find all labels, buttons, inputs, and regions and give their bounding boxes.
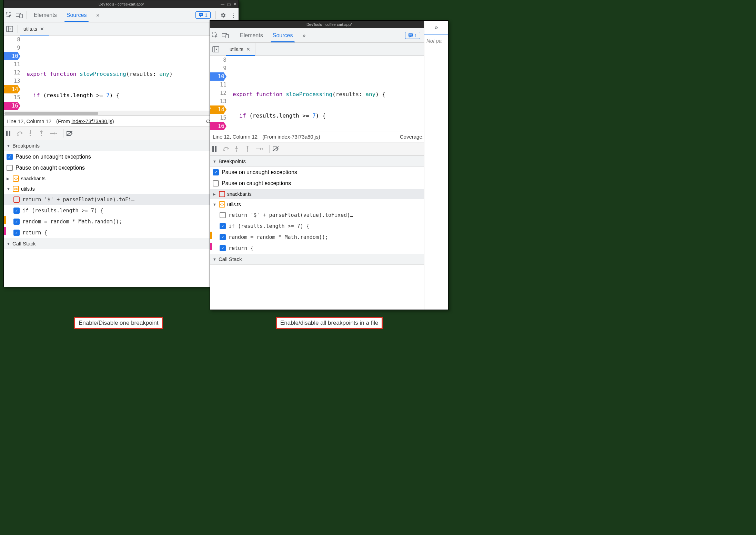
pause-uncaught-row[interactable]: ✓ Pause on uncaught exceptions	[4, 151, 239, 162]
svg-point-30	[223, 150, 225, 151]
breakpoint-item[interactable]: return '$' + parseFloat(value).toFi… ✕ 2	[4, 194, 239, 205]
message-icon	[408, 33, 413, 38]
maximize-icon[interactable]: ▢	[227, 2, 231, 7]
separator	[215, 11, 216, 19]
step-into-icon[interactable]	[28, 130, 38, 137]
pause-caught-row[interactable]: Pause on caught exceptions	[4, 162, 239, 173]
tab-elements[interactable]: Elements	[29, 8, 62, 22]
checkbox-checked-icon[interactable]: ✓	[213, 169, 219, 175]
step-icon[interactable]	[256, 147, 266, 151]
editor-gutter[interactable]: 8 9 10 11 12 13 ? 14 15 16	[210, 56, 231, 131]
breakpoint-marker-blue[interactable]: 10	[210, 72, 226, 81]
checkbox-checked-icon[interactable]: ✓	[220, 245, 226, 251]
callstack-pane-header[interactable]: ▼Call Stack	[210, 254, 448, 265]
minimize-icon[interactable]: —	[221, 2, 224, 7]
code-editor[interactable]: 8 9 10 11 12 13 ? 14 15 16 export functi…	[210, 56, 448, 131]
issues-badge[interactable]: 1	[195, 11, 211, 19]
tab-sources[interactable]: Sources	[62, 8, 92, 22]
device-toggle-icon[interactable]	[14, 12, 24, 18]
breakpoint-item[interactable]: ✓ return { 16	[4, 227, 239, 238]
navigator-toggle-icon[interactable]	[210, 46, 222, 52]
breakpoint-file-utils[interactable]: ▼ <> utils.ts	[4, 184, 239, 194]
navigator-toggle-icon[interactable]	[4, 26, 16, 32]
checkbox-highlighted-icon[interactable]	[13, 196, 20, 203]
deactivate-breakpoints-icon[interactable]	[272, 146, 283, 152]
breakpoint-marker-logpoint[interactable]: 16	[4, 102, 20, 110]
breakpoint-item[interactable]: ✓ random = random * Math.random(); 14	[210, 232, 448, 243]
pause-caught-row[interactable]: Pause on caught exceptions	[210, 178, 448, 189]
breakpoints-pane-header[interactable]: ▼Breakpoints	[210, 156, 448, 167]
callstack-pane-header[interactable]: ▼Call Stack	[4, 238, 239, 249]
inspect-icon[interactable]	[4, 12, 14, 18]
source-map-link[interactable]: index-73f73a80.js	[71, 118, 112, 124]
devtools-window-right: DevTools - coffee-cart.app/ — ▢ ✕ Elemen…	[210, 20, 448, 310]
breakpoint-item[interactable]: ✓ if (results.length >= 7) { 10	[4, 205, 239, 216]
checkbox-checked-icon[interactable]: ✓	[13, 230, 20, 236]
close-tab-icon[interactable]: ✕	[246, 47, 250, 52]
checkbox-checked-icon[interactable]: ✓	[220, 223, 226, 229]
checkbox-checked-icon[interactable]: ✓	[13, 208, 20, 214]
breakpoint-code: if (results.length >= 7) {	[229, 223, 432, 229]
inspect-icon[interactable]	[210, 32, 220, 39]
breakpoint-marker-blue[interactable]: 10	[4, 52, 20, 60]
pause-icon[interactable]	[6, 131, 16, 136]
step-out-icon[interactable]	[39, 130, 49, 137]
device-toggle-icon[interactable]	[220, 33, 231, 38]
code-content[interactable]: export function slowProcessing(results: …	[24, 36, 239, 111]
code-editor[interactable]: 8 9 10 11 12 13 ? 14 15 16 export functi…	[4, 36, 239, 111]
step-over-icon[interactable]	[223, 146, 233, 152]
editor-statusbar: Line 12, Column 12 (From index-73f73a80.…	[4, 115, 239, 127]
tab-more[interactable]: »	[298, 28, 310, 42]
breakpoint-file-snackbar[interactable]: ▶ <> snackbar.ts	[4, 173, 239, 184]
file-tab-utils[interactable]: utils.ts ✕	[20, 22, 49, 35]
file-icon: <>	[13, 186, 19, 192]
file-tabbar: utils.ts ✕	[4, 22, 239, 36]
window-titlebar[interactable]: DevTools - coffee-cart.app/ — ▢ ✕	[4, 0, 239, 8]
source-map-link[interactable]: index-73f73a80.js	[278, 134, 318, 140]
close-icon[interactable]: ✕	[233, 2, 236, 7]
breakpoint-code: return '$' + parseFloat(value).toFixed(…	[229, 212, 435, 218]
breakpoint-marker-conditional[interactable]: ? 14	[4, 85, 20, 93]
checkbox-checked-icon[interactable]: ✓	[7, 154, 13, 160]
breakpoint-item[interactable]: ✓ if (results.length >= 7) { 10	[210, 221, 448, 232]
tab-elements[interactable]: Elements	[235, 28, 268, 42]
checkbox-checked-icon[interactable]: ✓	[13, 219, 20, 225]
breakpoint-item[interactable]: ✓ random = random * Math.random(); 14	[4, 216, 239, 227]
file-tabbar: utils.ts ✕	[210, 43, 448, 56]
window-buttons: — ▢ ✕	[221, 2, 236, 7]
checkbox-icon[interactable]	[7, 165, 13, 171]
checkbox-icon[interactable]	[220, 212, 226, 218]
breakpoint-file-utils[interactable]: ▼ <> utils.ts	[210, 199, 448, 210]
conditional-indicator	[4, 216, 6, 224]
breakpoint-marker-logpoint[interactable]: 16	[210, 122, 226, 130]
pause-icon[interactable]	[212, 146, 222, 152]
tab-more[interactable]: »	[91, 8, 104, 22]
file-checkbox-highlighted-icon[interactable]	[219, 191, 225, 197]
issues-badge[interactable]: 1	[405, 32, 420, 39]
step-into-icon[interactable]	[234, 146, 244, 152]
step-over-icon[interactable]	[17, 131, 27, 136]
checkbox-checked-icon[interactable]: ✓	[220, 234, 226, 240]
pause-uncaught-row[interactable]: ✓ Pause on uncaught exceptions	[210, 167, 448, 178]
close-tab-icon[interactable]: ✕	[40, 26, 44, 32]
step-out-icon[interactable]	[245, 146, 255, 152]
horizontal-scrollbar[interactable]	[4, 111, 239, 115]
window-titlebar[interactable]: DevTools - coffee-cart.app/ — ▢ ✕	[210, 21, 448, 28]
checkbox-icon[interactable]	[213, 180, 219, 186]
tab-sources[interactable]: Sources	[268, 28, 298, 42]
file-tab-utils[interactable]: utils.ts ✕	[226, 43, 255, 55]
scrollbar-thumb[interactable]	[4, 112, 98, 115]
breakpoint-item[interactable]: ✓ return { 16	[210, 243, 448, 254]
more-menu-icon[interactable]: ⋮	[228, 11, 239, 19]
code-content[interactable]: export function slowProcessing(results: …	[231, 56, 448, 131]
expand-icon: ▶	[7, 176, 11, 181]
svg-rect-5	[200, 14, 202, 15]
breakpoints-pane-header[interactable]: ▼Breakpoints	[4, 140, 239, 151]
breakpoint-marker-conditional[interactable]: ? 14	[210, 105, 226, 114]
breakpoint-file-snackbar[interactable]: ▶ snackbar.ts ✕	[210, 189, 448, 199]
step-icon[interactable]	[50, 131, 60, 135]
editor-gutter[interactable]: 8 9 10 11 12 13 ? 14 15 16	[4, 36, 24, 111]
settings-icon[interactable]	[218, 12, 228, 18]
breakpoint-item[interactable]: return '$' + parseFloat(value).toFixed(……	[210, 210, 448, 221]
deactivate-breakpoints-icon[interactable]	[66, 131, 77, 136]
